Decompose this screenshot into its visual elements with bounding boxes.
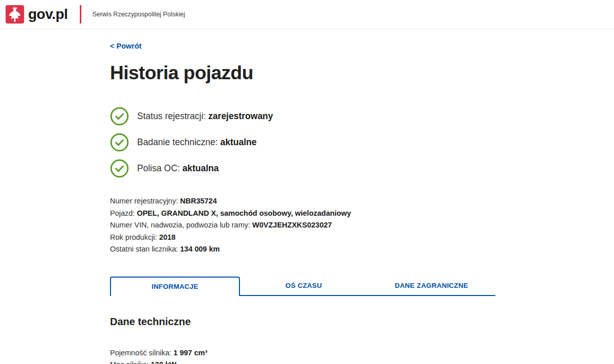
detail-value: NBR35724 xyxy=(180,197,217,205)
brand-logo-text[interactable]: gov.pl xyxy=(28,7,68,21)
status-text: Badanie techniczne: aktualne xyxy=(137,137,257,148)
tab-dane-zagraniczne[interactable]: DANE ZAGRANICZNE xyxy=(367,277,495,296)
technical-section-heading: Dane techniczne xyxy=(110,316,495,328)
detail-label: Pojazd: xyxy=(110,209,135,217)
status-label: Status rejestracji: xyxy=(137,111,206,121)
detail-row-production-year: Rok produkcji: 2018 xyxy=(110,232,495,244)
status-row-registration: Status rejestracji: zarejestrowany xyxy=(110,107,495,126)
detail-label: Ostatni stan licznika: xyxy=(110,245,178,253)
detail-value: 134 009 km xyxy=(180,245,220,253)
detail-value: W0VZJEHZXKS023027 xyxy=(252,221,332,229)
status-label: Badanie techniczne: xyxy=(137,137,218,147)
status-value: aktualna xyxy=(183,163,219,173)
detail-row-odometer: Ostatni stan licznika: 134 009 km xyxy=(110,243,495,256)
status-row-inspection: Badanie techniczne: aktualne xyxy=(110,133,495,152)
detail-label: Numer VIN, nadwozia, podwozia lub ramy: xyxy=(110,221,250,229)
tab-informacje[interactable]: INFORMACJE xyxy=(110,277,240,296)
header-tagline: Serwis Rzeczypospolitej Polskiej xyxy=(92,11,185,18)
status-text: Status rejestracji: zarejestrowany xyxy=(137,111,273,122)
page-title: Historia pojazdu xyxy=(110,62,495,84)
status-value: zarejestrowany xyxy=(208,111,273,121)
header-divider xyxy=(80,5,81,24)
main-content: < Powrót Historia pojazdu Status rejestr… xyxy=(0,29,495,364)
status-row-insurance: Polisa OC: aktualna xyxy=(110,159,495,178)
status-value: aktualne xyxy=(221,137,257,147)
status-text: Polisa OC: aktualna xyxy=(137,163,219,174)
detail-row-registration-number: Numer rejestracyjny: NBR35724 xyxy=(110,195,495,208)
back-link[interactable]: < Powrót xyxy=(110,42,142,50)
detail-value: 2018 xyxy=(159,233,176,241)
status-label: Polisa OC: xyxy=(137,163,180,173)
tech-label: Moc silnika: xyxy=(110,360,149,364)
tech-row-engine-capacity: Pojemność silnika: 1 997 cm³ xyxy=(110,347,495,359)
status-list: Status rejestracji: zarejestrowany Badan… xyxy=(110,107,495,178)
poland-eagle-emblem-icon xyxy=(5,5,25,24)
site-header: gov.pl Serwis Rzeczypospolitej Polskiej xyxy=(0,0,614,29)
tab-bar: INFORMACJE OŚ CZASU DANE ZAGRANICZNE xyxy=(110,277,495,296)
check-circle-icon xyxy=(110,133,129,152)
detail-value: OPEL, GRANDLAND X, samochód osobowy, wie… xyxy=(137,209,351,217)
tech-label: Pojemność silnika: xyxy=(110,349,171,357)
technical-details-list: Pojemność silnika: 1 997 cm³ Moc silnika… xyxy=(110,347,495,364)
vehicle-details-list: Numer rejestracyjny: NBR35724 Pojazd: OP… xyxy=(110,195,495,256)
tech-value: 130 kW xyxy=(151,360,177,364)
detail-label: Rok produkcji: xyxy=(110,233,157,241)
detail-label: Numer rejestracyjny: xyxy=(110,197,178,205)
check-circle-icon xyxy=(110,159,129,178)
tech-row-engine-power: Moc silnika: 130 kW xyxy=(110,359,495,364)
tech-value: 1 997 cm³ xyxy=(173,349,207,357)
tab-os-czasu[interactable]: OŚ CZASU xyxy=(240,277,368,296)
detail-row-vehicle: Pojazd: OPEL, GRANDLAND X, samochód osob… xyxy=(110,208,495,220)
check-circle-icon xyxy=(110,107,129,126)
detail-row-vin: Numer VIN, nadwozia, podwozia lub ramy: … xyxy=(110,219,495,232)
